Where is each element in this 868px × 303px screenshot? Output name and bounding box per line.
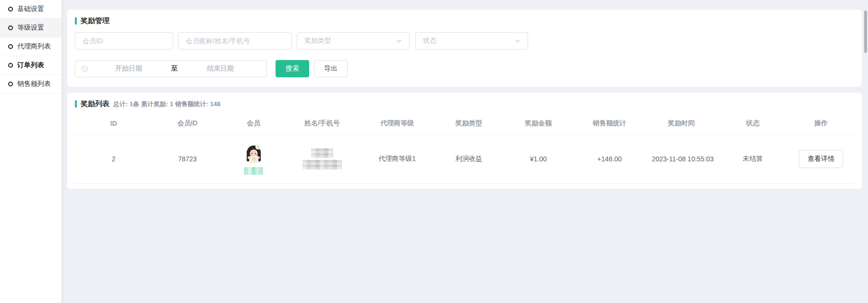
date-range-picker[interactable]: 开始日期 至 结束日期: [75, 60, 267, 77]
filter-inputs-row: 奖励类型 状态: [75, 32, 854, 49]
view-detail-button[interactable]: 查看详情: [799, 150, 843, 168]
cell-name-phone: [285, 134, 360, 183]
circle-icon: [8, 44, 13, 49]
member-id-input[interactable]: [75, 32, 173, 49]
sidebar-item-label: 销售额列表: [17, 80, 51, 88]
col-header-name-phone: 姓名/手机号: [285, 112, 360, 134]
cell-sales-total: +148.00: [574, 134, 645, 183]
date-filter-row: 开始日期 至 结束日期 搜索 导出: [75, 60, 854, 77]
circle-icon: [8, 25, 13, 30]
table-header-row: ID 会员ID 会员 姓名/手机号 代理商等级 奖励类型 奖励金额 销售额统计 …: [75, 112, 854, 134]
cell-status: 未结算: [717, 134, 788, 183]
accent-bar: [75, 100, 77, 108]
col-header-id: ID: [75, 112, 152, 134]
status-select-value: 状态: [423, 36, 436, 45]
cell-action: 查看详情: [788, 134, 854, 183]
col-header-agent-level: 代理商等级: [360, 112, 434, 134]
member-name-blurred: [311, 148, 333, 158]
sidebar-item-agent-list[interactable]: 代理商列表: [0, 37, 61, 56]
list-summary: 总计: 1条 累计奖励: 1 销售额统计: 148: [113, 100, 220, 109]
sidebar-item-label: 等级设置: [17, 24, 44, 32]
start-date-placeholder[interactable]: 开始日期: [88, 64, 169, 73]
search-button[interactable]: 搜索: [276, 60, 309, 77]
section-title-row: 奖励管理: [75, 16, 854, 25]
member-name-input[interactable]: [178, 32, 292, 49]
sidebar-item-label: 订单列表: [17, 61, 44, 70]
col-header-member: 会员: [223, 112, 285, 134]
cell-member: [223, 134, 285, 183]
col-header-action: 操作: [788, 112, 854, 134]
sidebar-item-order-list[interactable]: 订单列表: [0, 56, 61, 75]
reward-type-select[interactable]: 奖励类型: [297, 32, 410, 49]
accent-bar: [75, 17, 77, 24]
member-phone-blurred: [302, 160, 342, 170]
list-title-row: 奖励列表 总计: 1条 累计奖励: 1 销售额统计: 148: [75, 99, 854, 109]
table-row: 2 78723: [75, 134, 854, 183]
col-header-reward-time: 奖励时间: [645, 112, 717, 134]
sidebar-item-sales-list[interactable]: 销售额列表: [0, 75, 61, 94]
sidebar-item-basic-settings[interactable]: 基础设置: [0, 0, 61, 19]
col-header-status: 状态: [717, 112, 788, 134]
date-separator: 至: [169, 64, 180, 73]
col-header-reward-amount: 奖励金额: [503, 112, 574, 134]
sidebar-item-level-settings[interactable]: 等级设置: [0, 19, 61, 37]
cell-reward-type: 利润收益: [434, 134, 503, 183]
vertical-scrollbar-thumb[interactable]: [864, 11, 867, 53]
circle-icon: [8, 82, 13, 86]
sidebar-item-label: 基础设置: [17, 5, 44, 13]
col-header-reward-type: 奖励类型: [434, 112, 503, 134]
cell-agent-level: 代理商等级1: [360, 134, 434, 183]
reward-table: ID 会员ID 会员 姓名/手机号 代理商等级 奖励类型 奖励金额 销售额统计 …: [75, 112, 854, 184]
col-header-sales-total: 销售额统计: [574, 112, 645, 134]
col-header-member-id: 会员ID: [152, 112, 222, 134]
cell-id: 2: [75, 134, 152, 183]
reward-type-select-value: 奖励类型: [304, 36, 331, 45]
export-button[interactable]: 导出: [314, 60, 348, 77]
circle-icon: [8, 7, 13, 12]
sidebar-item-label: 代理商列表: [17, 42, 51, 51]
status-select[interactable]: 状态: [415, 32, 528, 49]
circle-icon: [8, 63, 13, 68]
chevron-down-icon: [396, 38, 402, 44]
main-content: 奖励管理 奖励类型 状态: [61, 0, 868, 189]
chevron-down-icon: [515, 38, 520, 44]
clock-icon: [81, 65, 88, 73]
cell-member-id: 78723: [152, 134, 222, 183]
cell-reward-time: 2023-11-08 10:55:03: [645, 134, 717, 183]
member-avatar: [243, 144, 264, 164]
cell-reward-amount: ¥1.00: [503, 134, 574, 183]
list-title: 奖励列表: [81, 99, 109, 109]
member-nickname-blurred: [244, 167, 263, 175]
reward-filter-card: 奖励管理 奖励类型 状态: [67, 10, 862, 87]
page-title: 奖励管理: [81, 16, 109, 25]
reward-list-card: 奖励列表 总计: 1条 累计奖励: 1 销售额统计: 148 ID 会员ID 会…: [67, 93, 862, 189]
end-date-placeholder[interactable]: 结束日期: [180, 64, 261, 73]
sidebar: 基础设置 等级设置 代理商列表 订单列表 销售额列表: [0, 0, 61, 303]
